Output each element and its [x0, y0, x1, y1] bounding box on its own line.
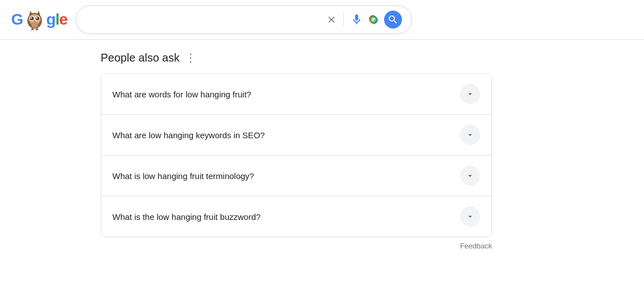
- faq-chevron-2[interactable]: [460, 125, 480, 145]
- feedback-row: Feedback: [101, 237, 492, 255]
- search-input[interactable]: low hanging fruit keywords: [86, 15, 322, 25]
- faq-question-2: What are low hanging keywords in SEO?: [112, 130, 265, 140]
- header: G: [0, 0, 644, 40]
- svg-point-11: [31, 22, 38, 28]
- logo-letter-e: e: [59, 11, 68, 29]
- search-divider: [343, 13, 344, 26]
- microphone-icon: [351, 13, 363, 26]
- faq-question-4: What is the low hanging fruit buzzword?: [112, 212, 261, 222]
- svg-point-9: [36, 17, 37, 18]
- main-content: People also ask ⋮ What are words for low…: [0, 40, 503, 266]
- faq-chevron-4[interactable]: [460, 206, 480, 227]
- google-logo[interactable]: G: [11, 8, 67, 31]
- svg-marker-2: [29, 11, 32, 15]
- logo-text: G: [11, 8, 67, 31]
- faq-item[interactable]: What are words for low hanging fruit?: [101, 74, 491, 115]
- svg-point-8: [31, 17, 32, 18]
- paa-header: People also ask ⋮: [101, 51, 492, 64]
- close-icon: [326, 15, 337, 25]
- voice-search-button[interactable]: [351, 13, 363, 26]
- lens-search-button[interactable]: [367, 13, 380, 26]
- svg-point-18: [28, 19, 31, 21]
- logo-letter-l: l: [55, 11, 59, 29]
- search-submit-button[interactable]: [384, 11, 402, 29]
- paa-menu-icon[interactable]: ⋮: [185, 51, 196, 64]
- chevron-down-icon: [466, 171, 475, 180]
- clear-search-button[interactable]: [326, 15, 337, 25]
- search-bar: low hanging fruit keywords: [76, 6, 411, 34]
- search-icon: [387, 14, 399, 25]
- chevron-down-icon: [466, 90, 475, 98]
- logo-letter-g2: g: [46, 11, 55, 29]
- faq-item[interactable]: What is low hanging fruit terminology?: [101, 156, 491, 196]
- faq-item[interactable]: What are low hanging keywords in SEO?: [101, 115, 491, 156]
- chevron-down-icon: [466, 212, 475, 221]
- logo-letter-g: G: [11, 11, 23, 29]
- paa-title: People also ask: [101, 51, 179, 64]
- people-also-ask-section: People also ask ⋮ What are words for low…: [101, 51, 492, 255]
- faq-question-1: What are words for low hanging fruit?: [112, 90, 251, 99]
- svg-marker-3: [37, 11, 40, 15]
- svg-point-19: [38, 19, 41, 21]
- chevron-down-icon: [466, 130, 475, 139]
- faq-item[interactable]: What is the low hanging fruit buzzword?: [101, 196, 491, 237]
- faq-list: What are words for low hanging fruit? Wh…: [101, 73, 492, 237]
- faq-chevron-1[interactable]: [460, 84, 480, 104]
- faq-question-3: What is low hanging fruit terminology?: [112, 171, 254, 181]
- lens-icon: [367, 13, 380, 26]
- faq-chevron-3[interactable]: [460, 166, 480, 186]
- logo-owl-icon: [23, 8, 46, 31]
- feedback-link[interactable]: Feedback: [460, 242, 492, 250]
